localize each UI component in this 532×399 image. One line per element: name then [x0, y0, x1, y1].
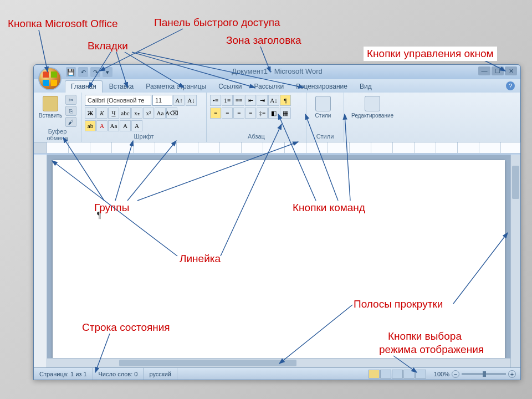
vscroll-thumb[interactable]	[512, 166, 519, 199]
char-shading-button[interactable]: A	[131, 120, 142, 131]
align-left-button[interactable]: ≡	[210, 108, 221, 119]
line-spacing-button[interactable]: ‡≡	[257, 108, 268, 119]
office-button[interactable]	[38, 67, 62, 90]
multilevel-button[interactable]: ≡≡	[233, 95, 244, 106]
view-print-layout[interactable]	[369, 370, 380, 378]
bullets-button[interactable]: •≡	[210, 95, 221, 106]
view-web-layout[interactable]	[392, 370, 403, 378]
window-control-buttons: — ☐ ✕	[478, 66, 517, 75]
zoom-control: 100% − +	[429, 370, 520, 378]
font-name-combo[interactable]: Calibri (Основной те	[85, 95, 151, 106]
view-mode-buttons	[365, 370, 429, 378]
show-marks-button[interactable]: ¶	[280, 95, 291, 106]
sort-button[interactable]: A↓	[268, 95, 279, 106]
annotation-command-buttons: Кнопки команд	[293, 202, 365, 214]
group-editing: Редактирование	[344, 93, 520, 142]
group-paragraph-label: Абзац	[210, 132, 303, 141]
decrease-indent-button[interactable]: ⇤	[245, 95, 256, 106]
annotation-view-buttons-line2: режима отображения	[379, 344, 484, 356]
annotation-ruler: Линейка	[180, 253, 221, 265]
annotation-window-buttons: Кнопки управления окном	[364, 47, 497, 61]
group-clipboard-label: Буфер обмена	[37, 127, 78, 142]
editing-button[interactable]: Редактирование	[347, 95, 397, 120]
hscroll-thumb[interactable]	[119, 360, 296, 366]
vertical-scrollbar[interactable]	[510, 155, 520, 367]
annotation-title-zone: Зона заголовка	[226, 34, 301, 47]
paste-icon	[43, 96, 58, 111]
underline-button[interactable]: Ч	[108, 108, 119, 119]
paste-button[interactable]: Вставить	[37, 95, 64, 120]
copy-icon[interactable]: ⎘	[65, 106, 76, 116]
zoom-slider[interactable]	[462, 373, 506, 375]
annotation-groups: Группы	[94, 202, 129, 214]
group-styles-label: Стили	[310, 132, 340, 141]
numbering-button[interactable]: 1≡	[222, 95, 233, 106]
zoom-in-button[interactable]: +	[508, 370, 516, 378]
text-effects-button[interactable]: Aa	[108, 120, 119, 131]
zoom-slider-thumb[interactable]	[483, 371, 486, 377]
close-button[interactable]: ✕	[505, 66, 517, 75]
maximize-button[interactable]: ☐	[492, 66, 504, 75]
styles-label: Стили	[315, 112, 331, 119]
status-page[interactable]: Страница: 1 из 1	[34, 368, 93, 380]
status-language[interactable]: русский	[144, 368, 177, 380]
paste-label: Вставить	[39, 112, 62, 119]
group-font: Calibri (Основной те 11 A↑ A↓ Ж К Ч abc …	[81, 93, 207, 142]
superscript-button[interactable]: x²	[143, 108, 154, 119]
status-word-count[interactable]: Число слов: 0	[93, 368, 144, 380]
tab-insert[interactable]: Вставка	[104, 81, 140, 93]
tab-review[interactable]: Рецензирование	[290, 81, 353, 93]
ruler-toggle[interactable]	[34, 142, 47, 153]
tab-mailings[interactable]: Рассылки	[248, 81, 289, 93]
styles-button[interactable]: Стили	[310, 95, 336, 120]
char-border-button[interactable]: A	[120, 120, 131, 131]
annotation-office-button: Кнопка Microsoft Office	[8, 18, 118, 30]
ribbon-tabs: Главная Вставка Разметка страницы Ссылки…	[34, 79, 520, 93]
increase-indent-button[interactable]: ⇥	[257, 95, 268, 106]
minimize-button[interactable]: —	[478, 66, 490, 75]
cut-icon[interactable]: ✂	[65, 95, 76, 105]
tab-references[interactable]: Ссылки	[213, 81, 247, 93]
tab-view[interactable]: Вид	[354, 81, 377, 93]
format-painter-icon[interactable]: 🖌	[65, 117, 76, 127]
grow-font-icon[interactable]: A↑	[173, 95, 185, 106]
vertical-ruler[interactable]	[34, 155, 47, 367]
shrink-font-icon[interactable]: A↓	[186, 95, 197, 106]
highlight-button[interactable]: ab	[85, 120, 96, 131]
help-icon[interactable]: ?	[506, 81, 515, 90]
annotation-view-buttons-line1: Кнопки выбора	[388, 330, 462, 342]
font-color-button[interactable]: A	[96, 120, 108, 131]
group-editing-label	[347, 139, 516, 141]
group-clipboard: Вставить ✂ ⎘ 🖌 Буфер обмена	[34, 93, 81, 142]
annotation-tabs: Вкладки	[88, 40, 128, 52]
shading-button[interactable]: ◧	[268, 108, 279, 119]
font-size-combo[interactable]: 11	[152, 95, 172, 106]
horizontal-ruler[interactable]	[47, 142, 520, 153]
italic-button[interactable]: К	[96, 108, 108, 119]
align-center-button[interactable]: ≡	[222, 108, 233, 119]
zoom-value[interactable]: 100%	[434, 371, 449, 377]
subscript-button[interactable]: x₂	[131, 108, 142, 119]
bold-button[interactable]: Ж	[85, 108, 96, 119]
editing-label: Редактирование	[351, 112, 393, 119]
title-bar: 💾 ↶ ↷ ▾ Документ1 - Microsoft Word — ☐ ✕	[34, 65, 520, 79]
group-styles: Стили Стили	[306, 93, 344, 142]
ruler-area	[34, 142, 520, 154]
tab-page-layout[interactable]: Разметка страницы	[140, 81, 212, 93]
align-right-button[interactable]: ≡	[233, 108, 244, 119]
zoom-out-button[interactable]: −	[452, 370, 459, 378]
view-draft[interactable]	[415, 370, 426, 378]
annotation-scrollbars: Полосы прокрутки	[354, 298, 443, 310]
strike-button[interactable]: abc	[120, 108, 131, 119]
borders-button[interactable]: ▦	[280, 108, 291, 119]
tab-home[interactable]: Главная	[65, 80, 103, 93]
group-paragraph: •≡ 1≡ ≡≡ ⇤ ⇥ A↓ ¶ ≡ ≡ ≡ ≡ ‡≡ ◧ ▦	[207, 93, 306, 142]
annotation-status-bar: Строка состояния	[82, 321, 170, 334]
justify-button[interactable]: ≡	[245, 108, 256, 119]
change-case-button[interactable]: Aa	[155, 108, 166, 119]
view-outline[interactable]	[403, 370, 415, 378]
horizontal-scrollbar[interactable]	[47, 358, 510, 367]
view-full-screen[interactable]	[380, 370, 391, 378]
office-logo-icon	[43, 71, 57, 86]
clear-formatting-icon[interactable]: A⌫	[166, 108, 177, 119]
